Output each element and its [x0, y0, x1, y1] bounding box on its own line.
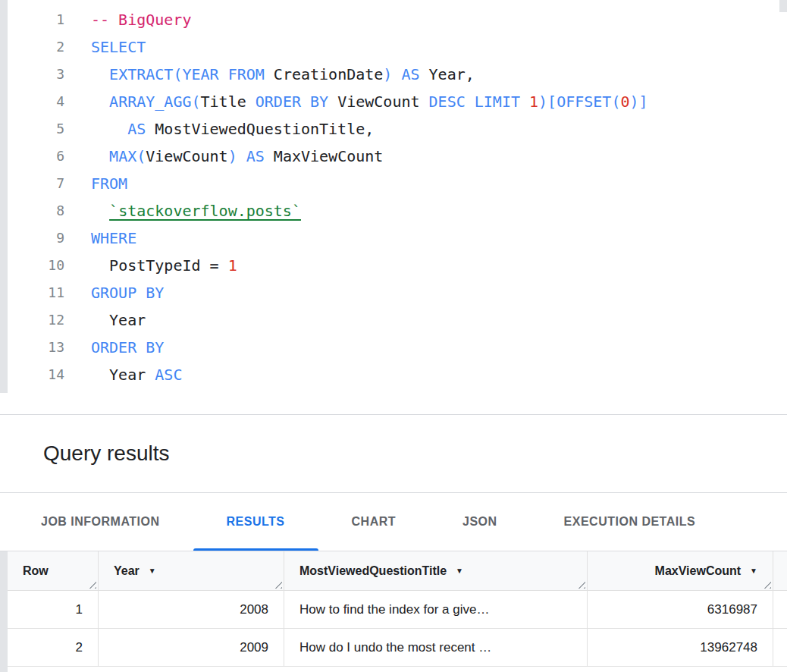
cell-row: 1 [8, 591, 99, 629]
code-line: 10 PostTypeId = 1 [0, 252, 787, 279]
column-header-max[interactable]: MaxViewCount▼ [588, 551, 773, 591]
table-header-row: RowYear▼MostViewedQuestionTitle▼MaxViewC… [8, 551, 787, 591]
code-line: 1-- BigQuery [0, 6, 787, 33]
line-number: 14 [0, 361, 64, 388]
cell-max: 6316987 [588, 591, 773, 629]
code-token: OFFSET( [557, 93, 620, 111]
code-token [91, 93, 109, 111]
editor-scrollbar[interactable] [0, 0, 8, 393]
tab-chart[interactable]: CHART [318, 493, 430, 551]
line-number: 8 [0, 197, 64, 225]
column-header-label: MaxViewCount [655, 564, 742, 578]
table-reference-link[interactable]: `stackoverflow.posts` [109, 202, 301, 220]
code-text[interactable]: GROUP BY [64, 279, 164, 306]
code-token: Year, [429, 65, 475, 83]
results-tabs: JOB INFORMATIONRESULTSCHARTJSONEXECUTION… [0, 493, 787, 551]
code-token: ViewCount [337, 93, 428, 111]
table-body: 12008How to find the index for a give…63… [8, 591, 787, 667]
cell-partial [773, 629, 787, 667]
code-line: 3 EXTRACT(YEAR FROM CreationDate) AS Yea… [0, 61, 787, 88]
editor-scrollbar-thumb[interactable] [779, 0, 787, 12]
code-token: )[ [538, 93, 557, 111]
code-token: Year [91, 366, 155, 384]
code-text[interactable]: PostTypeId = 1 [64, 252, 237, 279]
code-text[interactable]: FROM [64, 170, 127, 197]
code-text[interactable]: ARRAY_AGG(Title ORDER BY ViewCount DESC … [64, 88, 648, 115]
table-scrollbar[interactable] [0, 551, 8, 672]
sort-dropdown-icon[interactable]: ▼ [149, 567, 156, 575]
column-header-row[interactable]: Row [8, 551, 99, 591]
code-token: CreationDate [274, 65, 384, 83]
cell-max: 13962748 [588, 629, 773, 667]
column-header-partial [773, 551, 787, 591]
code-text[interactable]: SELECT [64, 33, 146, 61]
code-text[interactable]: WHERE [64, 225, 136, 252]
line-number: 6 [0, 143, 64, 170]
column-header-label: Year [114, 564, 140, 578]
code-token: ORDER BY [91, 338, 164, 356]
code-token: ORDER BY [256, 93, 337, 111]
results-table: RowYear▼MostViewedQuestionTitle▼MaxViewC… [8, 551, 787, 667]
code-text[interactable]: Year [64, 306, 146, 334]
code-area[interactable]: 1-- BigQuery2SELECT3 EXTRACT(YEAR FROM C… [0, 6, 787, 388]
table-row: 22009How do I undo the most recent …1396… [8, 629, 787, 667]
code-line: 14 Year ASC [0, 361, 787, 388]
column-resize-handle[interactable] [87, 579, 96, 589]
code-token: PostTypeId = [109, 256, 228, 275]
results-table-section: RowYear▼MostViewedQuestionTitle▼MaxViewC… [0, 551, 787, 672]
code-token: MAX( [109, 147, 146, 165]
code-text[interactable]: -- BigQuery [64, 6, 191, 33]
code-token: SELECT [91, 38, 146, 56]
code-text[interactable]: ORDER BY [64, 334, 164, 361]
code-line: 2SELECT [0, 33, 787, 61]
code-token: 1 [228, 256, 237, 275]
code-text[interactable]: EXTRACT(YEAR FROM CreationDate) AS Year, [64, 61, 475, 88]
code-token [91, 147, 109, 165]
column-header-year[interactable]: Year▼ [99, 551, 284, 591]
code-token: )] [630, 93, 648, 111]
code-token: Year [91, 311, 146, 329]
code-line: 8 `stackoverflow.posts` [0, 197, 787, 225]
code-token: FROM [91, 174, 127, 193]
cell-row: 2 [8, 629, 99, 667]
code-token: DESC LIMIT [429, 93, 529, 111]
code-line: 12 Year [0, 306, 787, 334]
code-line: 6 MAX(ViewCount) AS MaxViewCount [0, 143, 787, 170]
line-number: 3 [0, 61, 64, 88]
column-resize-handle[interactable] [762, 579, 771, 589]
code-token: EXTRACT(YEAR FROM [109, 65, 274, 83]
tab-execution-details[interactable]: EXECUTION DETAILS [531, 493, 729, 551]
code-token [91, 202, 109, 220]
line-number: 12 [0, 306, 64, 334]
code-text[interactable]: `stackoverflow.posts` [64, 197, 301, 225]
column-header-title[interactable]: MostViewedQuestionTitle▼ [284, 551, 588, 591]
code-line: 5 AS MostViewedQuestionTitle, [0, 115, 787, 143]
tab-job-information[interactable]: JOB INFORMATION [8, 493, 193, 551]
tab-results[interactable]: RESULTS [193, 493, 318, 551]
code-line: 11GROUP BY [0, 279, 787, 306]
column-header-label: MostViewedQuestionTitle [299, 564, 447, 578]
cell-title: How do I undo the most recent … [284, 629, 588, 667]
line-number: 1 [0, 6, 64, 33]
code-token: ViewCount [146, 147, 227, 165]
code-text[interactable]: AS MostViewedQuestionTitle, [64, 115, 374, 143]
code-token [91, 256, 109, 275]
code-token: GROUP BY [91, 284, 164, 302]
column-resize-handle[interactable] [576, 579, 585, 589]
cell-year: 2008 [99, 591, 284, 629]
code-token [91, 120, 127, 138]
cell-year: 2009 [99, 629, 284, 667]
code-text[interactable]: Year ASC [64, 361, 182, 388]
sql-editor[interactable]: 1-- BigQuery2SELECT3 EXTRACT(YEAR FROM C… [0, 0, 787, 415]
code-token: 1 [529, 93, 538, 111]
sort-dropdown-icon[interactable]: ▼ [750, 567, 757, 575]
code-text[interactable]: MAX(ViewCount) AS MaxViewCount [64, 143, 383, 170]
code-token: AS [127, 120, 155, 138]
sort-dropdown-icon[interactable]: ▼ [456, 567, 463, 575]
tab-json[interactable]: JSON [429, 493, 531, 551]
column-resize-handle[interactable] [273, 579, 282, 589]
code-line: 9WHERE [0, 225, 787, 252]
line-number: 4 [0, 88, 64, 115]
code-token: ) AS [383, 65, 428, 83]
code-token: MaxViewCount [274, 147, 384, 165]
